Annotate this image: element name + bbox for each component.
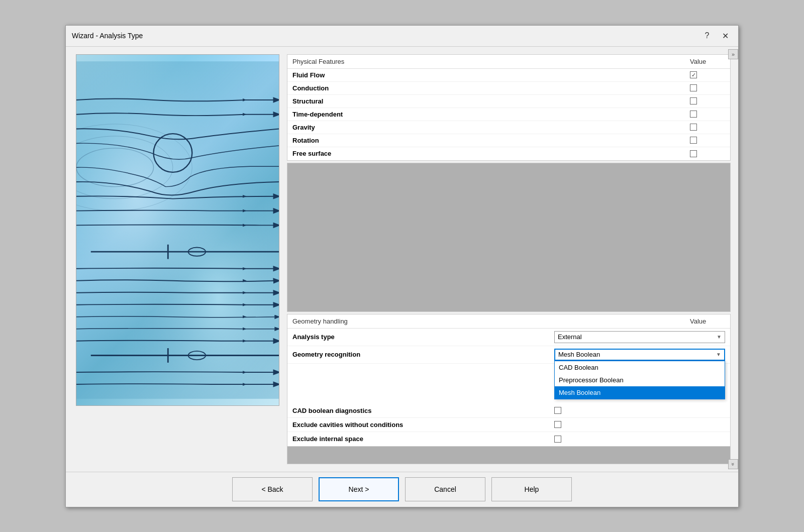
help-title-button[interactable]: ? <box>700 29 714 43</box>
value-column-header: Value <box>685 58 725 65</box>
close-button[interactable]: ✕ <box>718 29 732 43</box>
feature-value <box>685 111 725 118</box>
svg-rect-1 <box>76 61 279 399</box>
feature-value <box>685 150 725 157</box>
feature-value <box>685 124 725 131</box>
left-panel <box>66 47 287 472</box>
flow-visualization <box>76 54 279 406</box>
geometry-row: Geometry recognition Mesh Boolean ▼ CAD … <box>287 346 730 364</box>
flow-svg <box>76 55 279 405</box>
features-header: Physical Features Value <box>287 55 730 69</box>
window-title: Wizard - Analysis Type <box>72 32 143 40</box>
title-bar: Wizard - Analysis Type ? ✕ <box>66 26 738 47</box>
gravity-checkbox[interactable] <box>690 124 697 131</box>
exclude-cavities-value <box>554 421 725 428</box>
geometry-row: Exclude cavities without conditions <box>287 418 730 432</box>
analysis-type-arrow-icon: ▼ <box>717 334 722 340</box>
exclude-cavities-label: Exclude cavities without conditions <box>292 421 554 429</box>
exclude-cavities-checkbox[interactable] <box>554 421 561 428</box>
feature-value <box>685 97 725 104</box>
dropdown-item-cad-boolean[interactable]: CAD Boolean <box>555 361 725 374</box>
geometry-row: Exclude internal space <box>287 432 730 446</box>
dropdown-item-preprocessor-boolean[interactable]: Preprocessor Boolean <box>555 374 725 386</box>
geometry-handling-table: Geometry handling Value Analysis type Ex… <box>287 314 731 447</box>
feature-value: ✓ <box>685 71 725 78</box>
cad-boolean-checkbox[interactable] <box>554 407 561 414</box>
analysis-type-select[interactable]: External ▼ <box>554 331 725 343</box>
exclude-internal-checkbox[interactable] <box>554 436 561 443</box>
table-row: Time-dependent <box>287 108 730 121</box>
table-row: Gravity <box>287 121 730 134</box>
main-content: Physical Features Value Fluid Flow ✓ Con… <box>66 47 738 472</box>
feature-value <box>685 137 725 144</box>
scroll-up-arrow[interactable]: » <box>728 49 738 59</box>
free-surface-checkbox[interactable] <box>690 150 697 157</box>
exclude-internal-value <box>554 436 725 443</box>
analysis-type-label: Analysis type <box>292 333 554 341</box>
feature-label: Time-dependent <box>292 111 685 118</box>
structural-checkbox[interactable] <box>690 97 697 104</box>
dropdown-item-mesh-boolean[interactable]: Mesh Boolean <box>555 386 725 399</box>
feature-label: Fluid Flow <box>292 71 685 79</box>
help-button[interactable]: Help <box>491 477 572 501</box>
next-button[interactable]: Next > <box>319 477 399 501</box>
feature-label: Conduction <box>292 84 685 92</box>
geometry-header: Geometry handling Value <box>287 314 730 329</box>
geometry-recognition-dropdown: CAD Boolean Preprocessor Boolean Mesh Bo… <box>554 361 725 399</box>
table-row: Conduction <box>287 82 730 95</box>
physical-features-table: Physical Features Value Fluid Flow ✓ Con… <box>287 54 731 161</box>
exclude-internal-label: Exclude internal space <box>292 435 554 443</box>
rotation-checkbox[interactable] <box>690 137 697 144</box>
scroll-down-arrow[interactable]: » <box>728 459 738 469</box>
feature-label: Rotation <box>292 137 685 144</box>
geometry-row: CAD boolean diagnostics <box>287 404 730 418</box>
analysis-type-selected: External <box>558 333 582 341</box>
geometry-row: Analysis type External ▼ <box>287 329 730 346</box>
geometry-recognition-label: Geometry recognition <box>292 351 554 358</box>
table-row: Free surface <box>287 147 730 160</box>
analysis-type-value: External ▼ <box>554 331 725 343</box>
wizard-window: Wizard - Analysis Type ? ✕ <box>65 25 739 507</box>
geometry-recognition-select[interactable]: Mesh Boolean ▼ <box>554 349 725 361</box>
feature-label: Free surface <box>292 150 685 157</box>
geometry-recognition-arrow-icon: ▼ <box>716 352 721 357</box>
table-row: Rotation <box>287 134 730 147</box>
fluid-flow-checkbox[interactable]: ✓ <box>690 71 697 78</box>
geometry-column-header: Geometry handling <box>292 317 685 325</box>
right-panel: Physical Features Value Fluid Flow ✓ Con… <box>287 47 738 472</box>
time-dependent-checkbox[interactable] <box>690 111 697 118</box>
table-row: Fluid Flow ✓ <box>287 69 730 82</box>
feature-value <box>685 84 725 91</box>
geometry-recognition-selected: Mesh Boolean <box>558 351 600 358</box>
back-button[interactable]: < Back <box>232 477 313 501</box>
feature-column-header: Physical Features <box>292 58 685 65</box>
cancel-button[interactable]: Cancel <box>405 477 485 501</box>
geometry-gray-bottom <box>287 447 731 464</box>
geo-value-header: Value <box>685 317 725 325</box>
geometry-recognition-value: Mesh Boolean ▼ CAD Boolean Preprocessor … <box>554 349 725 361</box>
feature-label: Structural <box>292 97 685 105</box>
bottom-bar: < Back Next > Cancel Help <box>66 472 738 507</box>
cad-boolean-diagnostics-label: CAD boolean diagnostics <box>292 407 554 414</box>
feature-label: Gravity <box>292 124 685 131</box>
conduction-checkbox[interactable] <box>690 84 697 91</box>
preview-gray-area <box>287 163 731 312</box>
cad-boolean-value <box>554 407 725 414</box>
table-row: Structural <box>287 95 730 108</box>
